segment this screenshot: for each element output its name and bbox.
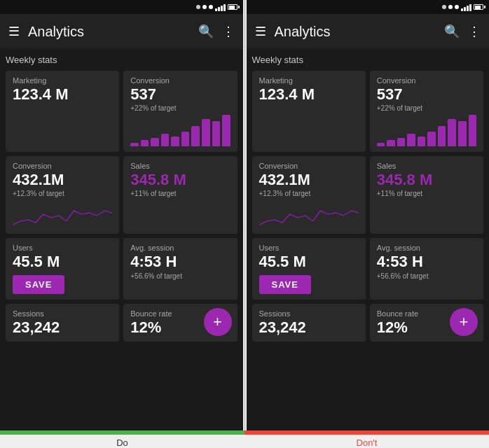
avg-session-card-right: Avg. session 4:53 H +56.6% of target bbox=[370, 238, 483, 299]
sales-value-left: 345.8 M bbox=[130, 172, 230, 188]
bounce-rate-card-left: Bounce rate 12% + bbox=[123, 304, 237, 342]
status-bar-left bbox=[0, 0, 243, 14]
sessions-card-left: Sessions 23,242 bbox=[6, 304, 119, 342]
users-label-left: Users bbox=[13, 244, 112, 252]
bounce-rate-card-right: Bounce rate 12% + bbox=[370, 304, 483, 342]
dont-section: Don't bbox=[245, 430, 489, 448]
dot1r bbox=[442, 5, 446, 9]
stats-grid-right: Marketing 123.4 M Conversion 537 +22% of… bbox=[252, 71, 484, 342]
sales-label-right: Sales bbox=[377, 162, 476, 170]
sales-label-left: Sales bbox=[130, 162, 230, 170]
dont-label: Don't bbox=[357, 435, 378, 448]
app-bar-right: ☰ Analytics 🔍 ⋮ bbox=[247, 14, 490, 49]
conversion-top-card-left: Conversion 537 +22% of target bbox=[123, 71, 237, 152]
dot3 bbox=[209, 5, 213, 9]
conv-main-sub-left: +12.3% of target bbox=[13, 190, 112, 197]
fab-right[interactable]: + bbox=[450, 308, 478, 336]
line-chart-left bbox=[13, 200, 112, 228]
bar-chart-right bbox=[377, 115, 476, 146]
more-icon-right[interactable]: ⋮ bbox=[468, 24, 481, 39]
line-chart-right bbox=[259, 200, 359, 228]
search-icon-right[interactable]: 🔍 bbox=[444, 24, 460, 39]
users-card-left: Users 45.5 M SAVE bbox=[6, 238, 119, 299]
dot2 bbox=[202, 5, 207, 9]
sessions-card-right: Sessions 23,242 bbox=[252, 304, 366, 342]
conv-top-sub-right: +22% of target bbox=[377, 104, 476, 112]
sales-sub-right: +11% of target bbox=[377, 190, 476, 197]
phone-panel-right: ☰ Analytics 🔍 ⋮ Weekly stats Marketing 1… bbox=[247, 0, 490, 430]
conv-main-value-left: 432.1M bbox=[13, 172, 112, 188]
avg-label-right: Avg. session bbox=[377, 244, 476, 252]
bar-chart-left bbox=[130, 115, 230, 146]
users-value-right: 45.5 M bbox=[259, 253, 359, 270]
more-icon[interactable]: ⋮ bbox=[222, 24, 235, 39]
save-button-left[interactable]: SAVE bbox=[13, 275, 64, 294]
app-bar-left: ☰ Analytics 🔍 ⋮ bbox=[0, 14, 243, 49]
signal-icon-right bbox=[461, 3, 471, 11]
marketing-value-left: 123.4 M bbox=[13, 86, 112, 103]
fab-left[interactable]: + bbox=[204, 308, 232, 336]
weekly-title-right: Weekly stats bbox=[252, 55, 484, 65]
sessions-label-left: Sessions bbox=[13, 309, 112, 318]
app-title-left: Analytics bbox=[28, 24, 190, 40]
battery-icon-right bbox=[474, 4, 483, 10]
battery-icon bbox=[228, 4, 237, 10]
weekly-title-left: Weekly stats bbox=[6, 55, 237, 65]
marketing-card-left: Marketing 123.4 M bbox=[6, 71, 119, 152]
search-icon[interactable]: 🔍 bbox=[198, 24, 214, 39]
hamburger-icon[interactable]: ☰ bbox=[8, 24, 20, 39]
status-bar-right bbox=[247, 0, 490, 14]
conv-main-label-right: Conversion bbox=[259, 162, 359, 170]
bottom-labels: Do Don't bbox=[0, 430, 489, 448]
avg-value-right: 4:53 H bbox=[377, 253, 476, 270]
sales-card-right: Sales 345.8 M +11% of target bbox=[370, 156, 483, 234]
phone-panel-left: ☰ Analytics 🔍 ⋮ Weekly stats Marketing 1… bbox=[0, 0, 243, 430]
users-card-right: Users 45.5 M SAVE bbox=[252, 238, 366, 299]
sales-value-right: 345.8 M bbox=[377, 172, 476, 188]
conversion-top-card-right: Conversion 537 +22% of target bbox=[370, 71, 483, 152]
conv-top-sub-left: +22% of target bbox=[130, 104, 230, 112]
conv-top-label-left: Conversion bbox=[130, 76, 230, 85]
sales-sub-left: +11% of target bbox=[130, 190, 230, 197]
dot2r bbox=[448, 5, 453, 9]
marketing-card-right: Marketing 123.4 M bbox=[252, 71, 366, 152]
avg-sub-right: +56.6% of target bbox=[377, 272, 476, 280]
sales-card-left: Sales 345.8 M +11% of target bbox=[123, 156, 237, 234]
conversion-main-card-right: Conversion 432.1M +12.3% of target bbox=[252, 156, 366, 234]
dot1 bbox=[196, 5, 200, 9]
sessions-label-right: Sessions bbox=[259, 309, 359, 318]
sessions-value-right: 23,242 bbox=[259, 319, 359, 336]
users-label-right: Users bbox=[259, 244, 359, 252]
conv-top-value-left: 537 bbox=[130, 86, 230, 103]
sessions-value-left: 23,242 bbox=[13, 319, 112, 336]
users-value-left: 45.5 M bbox=[13, 253, 112, 270]
do-section: Do bbox=[0, 430, 245, 448]
conv-top-label-right: Conversion bbox=[377, 76, 476, 85]
content-left: Weekly stats Marketing 123.4 M Conversio… bbox=[0, 49, 243, 430]
hamburger-icon-right[interactable]: ☰ bbox=[255, 24, 266, 39]
marketing-label-right: Marketing bbox=[259, 76, 359, 85]
conv-main-value-right: 432.1M bbox=[259, 172, 359, 188]
conv-top-value-right: 537 bbox=[377, 86, 476, 103]
content-right: Weekly stats Marketing 123.4 M Conversio… bbox=[247, 49, 490, 430]
conv-main-sub-right: +12.3% of target bbox=[259, 190, 359, 197]
conv-main-label-left: Conversion bbox=[13, 162, 112, 170]
conversion-main-card-left: Conversion 432.1M +12.3% of target bbox=[6, 156, 119, 234]
avg-label-left: Avg. session bbox=[130, 244, 230, 252]
dot3r bbox=[455, 5, 459, 9]
do-label: Do bbox=[116, 435, 128, 448]
save-button-right[interactable]: SAVE bbox=[259, 275, 311, 294]
panel-divider bbox=[245, 0, 245, 430]
app-title-right: Analytics bbox=[275, 24, 436, 40]
stats-grid-left: Marketing 123.4 M Conversion 537 +22% of… bbox=[6, 71, 237, 342]
marketing-value-right: 123.4 M bbox=[259, 86, 359, 103]
avg-value-left: 4:53 H bbox=[130, 253, 230, 270]
avg-sub-left: +56.6% of target bbox=[130, 272, 230, 280]
signal-icon bbox=[215, 3, 226, 11]
marketing-label-left: Marketing bbox=[13, 76, 112, 85]
avg-session-card-left: Avg. session 4:53 H +56.6% of target bbox=[123, 238, 237, 299]
